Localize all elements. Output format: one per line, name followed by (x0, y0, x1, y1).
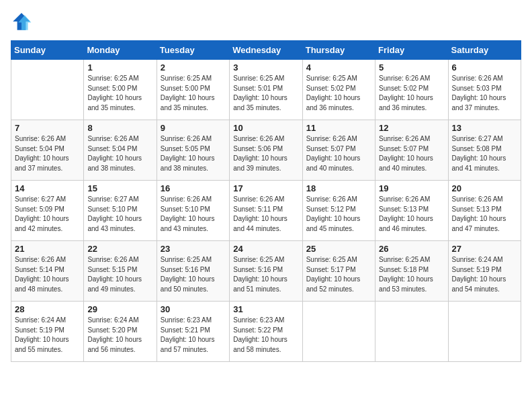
day-cell: 3Sunrise: 6:25 AM Sunset: 5:01 PM Daylig… (230, 60, 302, 120)
day-cell: 15Sunrise: 6:27 AM Sunset: 5:10 PM Dayli… (84, 181, 157, 241)
day-cell: 31Sunrise: 6:23 AM Sunset: 5:22 PM Dayli… (230, 302, 302, 362)
day-number: 17 (233, 183, 298, 193)
day-number: 9 (161, 123, 226, 133)
day-cell: 23Sunrise: 6:25 AM Sunset: 5:16 PM Dayli… (157, 241, 229, 302)
day-info: Sunrise: 6:26 AM Sunset: 5:15 PM Dayligh… (87, 255, 152, 294)
day-info: Sunrise: 6:23 AM Sunset: 5:22 PM Dayligh… (233, 316, 298, 355)
day-info: Sunrise: 6:26 AM Sunset: 5:03 PM Dayligh… (452, 74, 517, 113)
day-cell: 14Sunrise: 6:27 AM Sunset: 5:09 PM Dayli… (11, 181, 84, 241)
day-number: 12 (379, 123, 444, 133)
day-number: 31 (233, 304, 298, 314)
day-number: 23 (161, 244, 226, 254)
calendar-table: SundayMondayTuesdayWednesdayThursdayFrid… (11, 40, 521, 362)
header-wednesday: Wednesday (230, 41, 302, 60)
day-number: 26 (379, 244, 444, 254)
day-cell: 21Sunrise: 6:26 AM Sunset: 5:14 PM Dayli… (11, 241, 84, 302)
header-friday: Friday (375, 41, 448, 60)
day-info: Sunrise: 6:27 AM Sunset: 5:10 PM Dayligh… (87, 195, 152, 234)
day-info: Sunrise: 6:25 AM Sunset: 5:00 PM Dayligh… (87, 74, 152, 113)
week-row-2: 7Sunrise: 6:26 AM Sunset: 5:04 PM Daylig… (11, 120, 521, 181)
day-cell: 26Sunrise: 6:25 AM Sunset: 5:18 PM Dayli… (375, 241, 448, 302)
day-cell: 28Sunrise: 6:24 AM Sunset: 5:19 PM Dayli… (11, 302, 84, 362)
day-cell (302, 302, 375, 362)
day-number: 15 (87, 183, 152, 193)
day-number: 22 (87, 244, 152, 254)
day-cell (375, 302, 448, 362)
day-info: Sunrise: 6:26 AM Sunset: 5:12 PM Dayligh… (306, 195, 371, 234)
day-info: Sunrise: 6:26 AM Sunset: 5:11 PM Dayligh… (233, 195, 298, 234)
day-info: Sunrise: 6:24 AM Sunset: 5:19 PM Dayligh… (452, 255, 517, 294)
logo (11, 11, 35, 32)
day-info: Sunrise: 6:26 AM Sunset: 5:07 PM Dayligh… (379, 134, 444, 173)
day-info: Sunrise: 6:25 AM Sunset: 5:02 PM Dayligh… (306, 74, 371, 113)
day-cell (11, 60, 84, 120)
day-cell: 12Sunrise: 6:26 AM Sunset: 5:07 PM Dayli… (375, 120, 448, 181)
day-number: 10 (233, 123, 298, 133)
day-cell: 29Sunrise: 6:24 AM Sunset: 5:20 PM Dayli… (84, 302, 157, 362)
day-cell: 2Sunrise: 6:25 AM Sunset: 5:00 PM Daylig… (157, 60, 229, 120)
day-cell: 16Sunrise: 6:26 AM Sunset: 5:10 PM Dayli… (157, 181, 229, 241)
week-row-1: 1Sunrise: 6:25 AM Sunset: 5:00 PM Daylig… (11, 60, 521, 120)
day-cell: 7Sunrise: 6:26 AM Sunset: 5:04 PM Daylig… (11, 120, 84, 181)
day-number: 13 (452, 123, 517, 133)
header-saturday: Saturday (448, 41, 521, 60)
day-info: Sunrise: 6:25 AM Sunset: 5:17 PM Dayligh… (306, 255, 371, 294)
day-cell: 6Sunrise: 6:26 AM Sunset: 5:03 PM Daylig… (448, 60, 521, 120)
logo-icon (11, 11, 32, 32)
day-cell: 18Sunrise: 6:26 AM Sunset: 5:12 PM Dayli… (302, 181, 375, 241)
day-number: 14 (15, 183, 80, 193)
day-info: Sunrise: 6:25 AM Sunset: 5:16 PM Dayligh… (233, 255, 298, 294)
week-row-4: 21Sunrise: 6:26 AM Sunset: 5:14 PM Dayli… (11, 241, 521, 302)
day-number: 25 (306, 244, 371, 254)
day-info: Sunrise: 6:25 AM Sunset: 5:01 PM Dayligh… (233, 74, 298, 113)
day-number: 2 (161, 62, 226, 73)
page-header (11, 11, 521, 32)
day-cell: 25Sunrise: 6:25 AM Sunset: 5:17 PM Dayli… (302, 241, 375, 302)
day-number: 19 (379, 183, 444, 193)
day-info: Sunrise: 6:26 AM Sunset: 5:06 PM Dayligh… (233, 134, 298, 173)
day-cell: 27Sunrise: 6:24 AM Sunset: 5:19 PM Dayli… (448, 241, 521, 302)
day-number: 6 (452, 62, 517, 73)
week-row-5: 28Sunrise: 6:24 AM Sunset: 5:19 PM Dayli… (11, 302, 521, 362)
day-info: Sunrise: 6:26 AM Sunset: 5:10 PM Dayligh… (161, 195, 226, 234)
day-number: 16 (161, 183, 226, 193)
day-info: Sunrise: 6:24 AM Sunset: 5:19 PM Dayligh… (15, 316, 80, 355)
day-info: Sunrise: 6:27 AM Sunset: 5:08 PM Dayligh… (452, 134, 517, 173)
day-info: Sunrise: 6:25 AM Sunset: 5:00 PM Dayligh… (161, 74, 226, 113)
day-number: 28 (15, 304, 80, 314)
day-number: 20 (452, 183, 517, 193)
day-number: 27 (452, 244, 517, 254)
day-info: Sunrise: 6:24 AM Sunset: 5:20 PM Dayligh… (87, 316, 152, 355)
day-cell: 8Sunrise: 6:26 AM Sunset: 5:04 PM Daylig… (84, 120, 157, 181)
day-info: Sunrise: 6:26 AM Sunset: 5:14 PM Dayligh… (15, 255, 80, 294)
day-cell: 24Sunrise: 6:25 AM Sunset: 5:16 PM Dayli… (230, 241, 302, 302)
day-number: 5 (379, 62, 444, 73)
day-cell: 11Sunrise: 6:26 AM Sunset: 5:07 PM Dayli… (302, 120, 375, 181)
day-number: 11 (306, 123, 371, 133)
day-cell: 13Sunrise: 6:27 AM Sunset: 5:08 PM Dayli… (448, 120, 521, 181)
day-number: 29 (87, 304, 152, 314)
day-info: Sunrise: 6:26 AM Sunset: 5:05 PM Dayligh… (161, 134, 226, 173)
day-number: 7 (15, 123, 80, 133)
header-thursday: Thursday (302, 41, 375, 60)
day-number: 3 (233, 62, 298, 73)
header-monday: Monday (84, 41, 157, 60)
day-cell: 1Sunrise: 6:25 AM Sunset: 5:00 PM Daylig… (84, 60, 157, 120)
header-sunday: Sunday (11, 41, 84, 60)
day-cell: 19Sunrise: 6:26 AM Sunset: 5:13 PM Dayli… (375, 181, 448, 241)
day-info: Sunrise: 6:26 AM Sunset: 5:04 PM Dayligh… (15, 134, 80, 173)
day-cell: 5Sunrise: 6:26 AM Sunset: 5:02 PM Daylig… (375, 60, 448, 120)
day-cell: 4Sunrise: 6:25 AM Sunset: 5:02 PM Daylig… (302, 60, 375, 120)
day-info: Sunrise: 6:27 AM Sunset: 5:09 PM Dayligh… (15, 195, 80, 234)
day-cell: 9Sunrise: 6:26 AM Sunset: 5:05 PM Daylig… (157, 120, 229, 181)
day-cell: 30Sunrise: 6:23 AM Sunset: 5:21 PM Dayli… (157, 302, 229, 362)
day-info: Sunrise: 6:25 AM Sunset: 5:18 PM Dayligh… (379, 255, 444, 294)
day-info: Sunrise: 6:25 AM Sunset: 5:16 PM Dayligh… (161, 255, 226, 294)
day-info: Sunrise: 6:26 AM Sunset: 5:07 PM Dayligh… (306, 134, 371, 173)
day-number: 30 (161, 304, 226, 314)
day-number: 18 (306, 183, 371, 193)
day-number: 21 (15, 244, 80, 254)
day-number: 8 (87, 123, 152, 133)
header-tuesday: Tuesday (157, 41, 229, 60)
day-cell: 17Sunrise: 6:26 AM Sunset: 5:11 PM Dayli… (230, 181, 302, 241)
